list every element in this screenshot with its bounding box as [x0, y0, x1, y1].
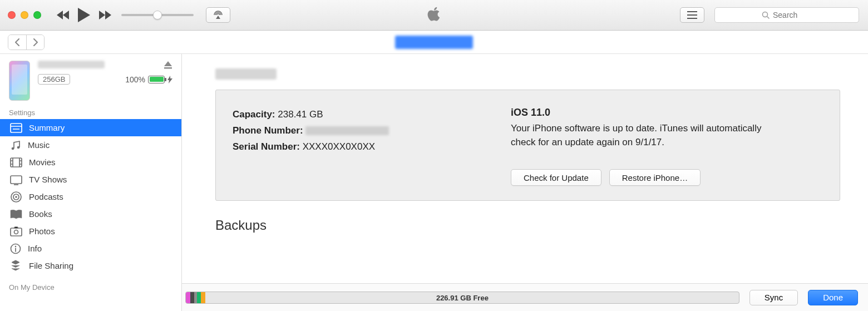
airplay-button[interactable] [206, 7, 230, 23]
svg-rect-4 [11, 124, 22, 132]
capacity-value: 238.41 GB [278, 109, 323, 120]
sync-button[interactable]: Sync [749, 290, 798, 305]
restore-iphone-button[interactable]: Restore iPhone… [609, 169, 701, 186]
device-storage-chip: 256GB [38, 74, 70, 85]
device-battery-status: 100% [125, 75, 172, 84]
sidebar-item-label: TV Shows [29, 175, 67, 184]
svg-point-0 [687, 11, 688, 12]
window-close-button[interactable] [8, 11, 16, 19]
sidebar-item-books[interactable]: Books [0, 205, 181, 223]
svg-point-2 [687, 18, 688, 19]
sidebar-item-info[interactable]: Info [0, 240, 181, 257]
sidebar-group-settings: Settings [0, 104, 181, 119]
file-sharing-icon [10, 260, 22, 272]
storage-segment [194, 292, 197, 303]
device-header: 256GB 100% [0, 54, 181, 104]
phone-number-label: Phone Number: [233, 125, 303, 136]
done-button[interactable]: Done [808, 290, 858, 305]
backups-heading: Backups [215, 218, 840, 233]
battery-percent: 100% [125, 75, 145, 84]
volume-slider[interactable] [121, 14, 194, 16]
main-panel: Capacity: 238.41 GB Phone Number: Serial… [182, 54, 868, 311]
summary-software: iOS 11.0 Your iPhone software is up to d… [511, 107, 824, 187]
storage-free-label: 226.91 GB Free [436, 293, 489, 302]
check-for-update-button[interactable]: Check for Update [511, 169, 601, 186]
window-zoom-button[interactable] [33, 11, 41, 19]
podcasts-icon [10, 191, 22, 203]
info-icon [10, 243, 21, 254]
storage-usage-bar[interactable]: 226.91 GB Free [185, 292, 739, 304]
svg-rect-7 [11, 158, 22, 167]
svg-point-5 [12, 147, 14, 150]
next-track-button[interactable] [99, 11, 111, 19]
sidebar-item-label: Summary [29, 123, 65, 132]
svg-point-15 [15, 245, 17, 247]
photos-icon [10, 226, 22, 236]
search-input[interactable] [773, 11, 812, 19]
storage-segment [186, 292, 190, 303]
sidebar-item-photos[interactable]: Photos [0, 223, 181, 240]
svg-point-13 [14, 230, 18, 234]
sidebar-item-label: Books [29, 209, 52, 219]
apple-logo-icon [427, 6, 441, 24]
sidebar-item-label: Music [28, 140, 50, 150]
sidebar: 256GB 100% Settings Summary Music [0, 54, 182, 311]
svg-rect-8 [11, 176, 22, 184]
view-list-button[interactable] [680, 7, 704, 23]
sidebar-item-tv-shows[interactable]: TV Shows [0, 171, 181, 188]
sidebar-item-music[interactable]: Music [0, 136, 181, 154]
svg-point-1 [687, 14, 688, 16]
summary-icon [10, 123, 22, 133]
sidebar-item-label: Podcasts [29, 192, 63, 201]
sidebar-item-movies[interactable]: Movies [0, 154, 181, 171]
sidebar-item-summary[interactable]: Summary [0, 119, 181, 136]
svg-rect-12 [11, 228, 22, 236]
page-tab-row [0, 31, 868, 54]
movies-icon [10, 157, 22, 167]
os-version-title: iOS 11.0 [511, 107, 824, 119]
capacity-label: Capacity: [233, 109, 275, 120]
svg-point-11 [15, 196, 17, 198]
device-tab-label-redacted [395, 36, 473, 49]
music-icon [10, 140, 21, 151]
sidebar-group-on-my-device: On My Device [0, 279, 181, 294]
storage-segment [197, 292, 201, 303]
charging-icon [167, 76, 172, 83]
sidebar-item-label: File Sharing [29, 261, 73, 270]
serial-number-value: XXXX0XX0X0XX [303, 141, 375, 152]
nav-back-button[interactable] [8, 35, 26, 50]
sidebar-item-label: Photos [29, 226, 55, 236]
sidebar-item-label: Info [28, 244, 42, 253]
eject-button[interactable] [164, 61, 172, 71]
device-title-redacted [215, 68, 277, 80]
search-icon [762, 11, 770, 19]
window-minimize-button[interactable] [21, 11, 28, 19]
bottom-bar: 226.91 GB Free Sync Done [182, 283, 868, 311]
svg-point-3 [763, 12, 768, 17]
tv-icon [10, 174, 22, 185]
svg-point-6 [17, 146, 20, 149]
os-update-text: Your iPhone software is up to date. iTun… [511, 122, 778, 149]
playback-controls [57, 8, 111, 22]
sidebar-item-file-sharing[interactable]: File Sharing [0, 257, 181, 274]
storage-segment [190, 292, 194, 303]
titlebar [0, 0, 868, 31]
volume-knob[interactable] [153, 11, 162, 19]
previous-track-button[interactable] [57, 11, 69, 19]
summary-box: Capacity: 238.41 GB Phone Number: Serial… [215, 90, 840, 201]
serial-number-label: Serial Number: [233, 141, 300, 152]
sidebar-item-label: Movies [29, 157, 56, 167]
books-icon [10, 209, 22, 219]
device-name-redacted [38, 61, 105, 68]
storage-segment [201, 292, 205, 303]
window-controls [0, 11, 41, 19]
search-field[interactable] [714, 7, 859, 23]
nav-forward-button[interactable] [26, 35, 44, 50]
sidebar-item-podcasts[interactable]: Podcasts [0, 188, 181, 205]
device-thumbnail-icon [9, 61, 30, 101]
phone-number-redacted [305, 126, 389, 135]
play-button[interactable] [78, 8, 90, 22]
summary-details: Capacity: 238.41 GB Phone Number: Serial… [233, 107, 489, 187]
battery-icon [148, 76, 165, 83]
